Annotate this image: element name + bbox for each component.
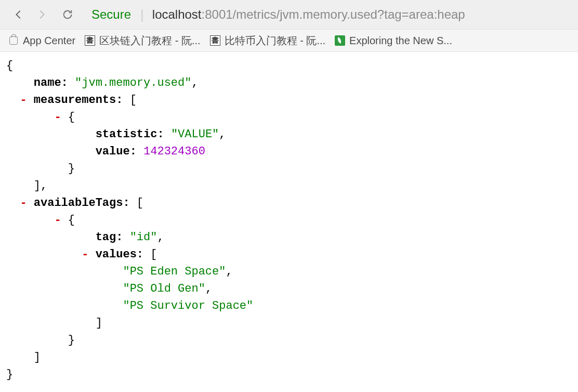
bookmarks-bar: App Center 書 区块链入门教程 - 阮... 書 比特币入门教程 - … (0, 29, 578, 52)
bookmark-label: 区块链入门教程 - 阮... (99, 34, 200, 48)
url-host: localhost (152, 7, 202, 21)
bookmark-exploring[interactable]: Exploring the New S... (335, 35, 452, 47)
bookmark-label: App Center (23, 35, 75, 47)
bookmark-label: 比特币入门教程 - 阮... (225, 34, 325, 48)
bookmark-app-center[interactable]: App Center (8, 35, 75, 47)
reload-icon (62, 9, 73, 20)
back-button[interactable] (9, 5, 28, 24)
bag-icon (8, 35, 19, 46)
leaf-icon (335, 35, 345, 46)
cjk-icon: 書 (85, 35, 95, 46)
json-key-name: name: (34, 76, 68, 89)
json-key-tag: tag: (96, 231, 123, 244)
json-key-statistic: statistic: (96, 128, 164, 141)
json-val-name: "jvm.memory.used" (75, 76, 191, 89)
json-key-values: values: (96, 248, 143, 261)
json-viewer: { name: "jvm.memory.used", - measurement… (0, 52, 578, 392)
browser-toolbar: Secure | localhost:8001/metrics/jvm.memo… (0, 0, 578, 29)
json-val-tag: "id" (130, 231, 157, 244)
address-bar[interactable]: localhost:8001/metrics/jvm.memory.used?t… (152, 7, 465, 22)
forward-button[interactable] (32, 5, 51, 24)
collapse-toggle[interactable]: - (54, 214, 61, 227)
bookmark-blockchain-tutorial[interactable]: 書 区块链入门教程 - 阮... (85, 34, 200, 48)
cjk-icon: 書 (210, 35, 220, 46)
bookmark-bitcoin-tutorial[interactable]: 書 比特币入门教程 - 阮... (210, 34, 325, 48)
collapse-toggle[interactable]: - (82, 248, 88, 261)
reload-button[interactable] (58, 5, 77, 24)
url-path: :8001/metrics/jvm.memory.used?tag=area:h… (202, 7, 465, 21)
json-array-item: "PS Old Gen" (123, 282, 205, 295)
chevron-right-icon (36, 9, 47, 20)
bookmark-label: Exploring the New S... (349, 35, 452, 47)
json-key-availabletags: availableTags: (34, 197, 130, 210)
collapse-toggle[interactable]: - (20, 197, 27, 210)
secure-indicator: Secure (91, 7, 131, 22)
collapse-toggle[interactable]: - (20, 94, 27, 107)
json-val-value: 142324360 (143, 145, 205, 158)
json-key-value: value: (96, 145, 137, 158)
json-val-statistic: "VALUE" (171, 128, 219, 141)
json-key-measurements: measurements: (34, 94, 123, 107)
json-array-item: "PS Eden Space" (123, 265, 226, 278)
url-divider: | (140, 7, 144, 23)
chevron-left-icon (13, 9, 24, 20)
collapse-toggle[interactable]: - (54, 111, 61, 124)
json-array-item: "PS Survivor Space" (123, 299, 253, 312)
